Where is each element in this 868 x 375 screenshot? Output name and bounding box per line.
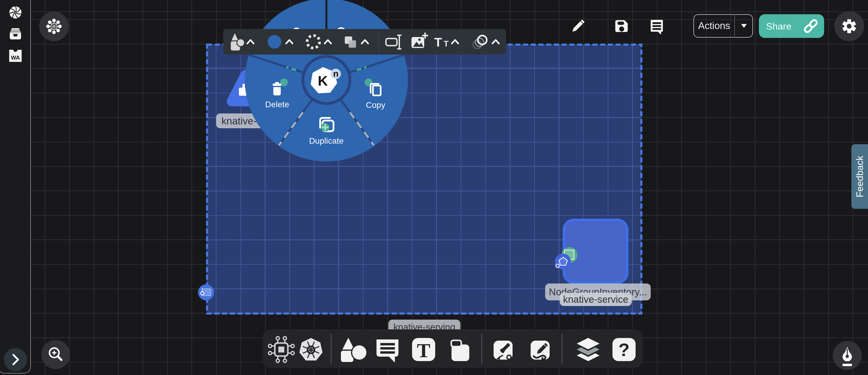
svg-text:T: T bbox=[417, 339, 430, 362]
svg-text:Copy: Copy bbox=[366, 100, 385, 110]
svg-text:Actions: Actions bbox=[698, 20, 730, 31]
svg-text:Share: Share bbox=[766, 21, 791, 32]
svg-text:T: T bbox=[434, 35, 442, 49]
svg-text:Delete: Delete bbox=[265, 100, 289, 109]
svg-text:?: ? bbox=[618, 339, 630, 360]
svg-text:WA: WA bbox=[11, 55, 20, 61]
svg-text:n: n bbox=[333, 69, 339, 78]
svg-text:T: T bbox=[444, 39, 449, 48]
svg-text:K: K bbox=[318, 73, 328, 89]
svg-text:Duplicate: Duplicate bbox=[309, 136, 344, 145]
